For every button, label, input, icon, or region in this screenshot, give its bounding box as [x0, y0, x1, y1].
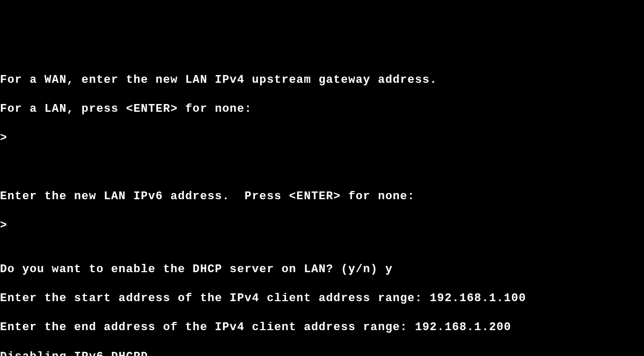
- terminal-output[interactable]: For a WAN, enter the new LAN IPv4 upstre…: [0, 58, 644, 356]
- terminal-line: Disabling IPv6 DHCPD...: [0, 350, 644, 356]
- terminal-line: Enter the start address of the IPv4 clie…: [0, 291, 644, 306]
- terminal-line: Do you want to enable the DHCP server on…: [0, 262, 644, 277]
- terminal-line: Enter the end address of the IPv4 client…: [0, 320, 644, 335]
- terminal-line: For a LAN, press <ENTER> for none:: [0, 102, 644, 116]
- terminal-line: For a WAN, enter the new LAN IPv4 upstre…: [0, 73, 644, 87]
- terminal-prompt: >: [0, 218, 644, 233]
- terminal-prompt: >: [0, 131, 644, 145]
- terminal-line: Enter the new LAN IPv6 address. Press <E…: [0, 189, 644, 204]
